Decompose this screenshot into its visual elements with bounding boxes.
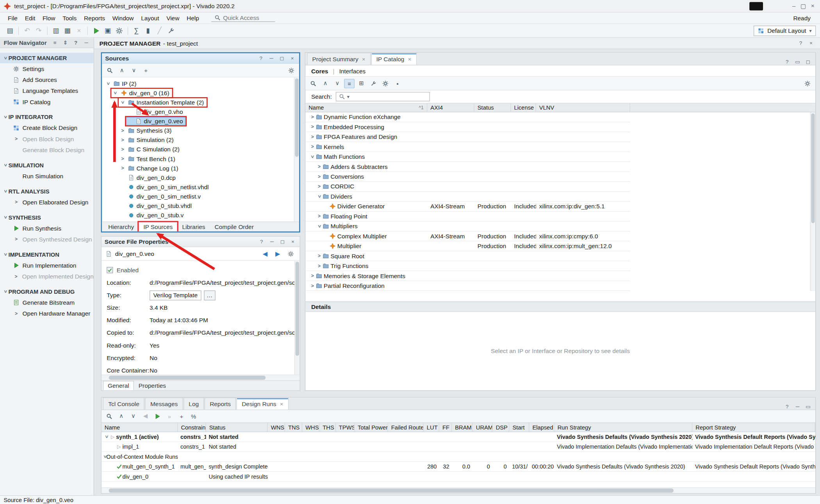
properties-panel-header[interactable]: Source File Properties ?─◻×: [102, 237, 300, 247]
tab-cores[interactable]: Cores: [311, 67, 328, 74]
column-header-lut[interactable]: LUT: [424, 423, 439, 431]
restore-hierarchy-icon[interactable]: ≡: [344, 79, 355, 88]
expand-all-icon[interactable]: ∨: [128, 412, 139, 421]
menu-file[interactable]: File: [4, 14, 21, 22]
close-icon[interactable]: ×: [408, 56, 412, 62]
run-icon[interactable]: [91, 25, 102, 36]
flow-item-language-templates[interactable]: Language Templates: [0, 85, 94, 96]
runs-hscrollbar[interactable]: [102, 488, 815, 493]
close-icon[interactable]: ×: [280, 401, 283, 407]
flow-item-run-implementation[interactable]: Run Implementation: [0, 260, 94, 271]
create-run-icon[interactable]: +: [176, 412, 187, 421]
source-tree-item-instantiation-template-2[interactable]: >Instantiation Template (2): [102, 98, 299, 107]
column-header-ths[interactable]: THS: [319, 423, 336, 431]
column-header-ff[interactable]: FF: [439, 423, 452, 431]
expand-all-icon[interactable]: ∨: [332, 79, 342, 88]
help-icon[interactable]: ?: [783, 404, 791, 410]
float-icon[interactable]: ◻: [279, 239, 286, 245]
catalog-row-cordic[interactable]: >CORDIC: [305, 182, 630, 192]
column-header-vlnv[interactable]: VLNV: [536, 103, 630, 112]
catalog-row-multiplier[interactable]: MultiplierProductionIncludedxilinx.com:i…: [305, 241, 630, 251]
sum-icon[interactable]: ∑: [131, 25, 142, 36]
type-combobox[interactable]: Verilog Template: [150, 290, 201, 300]
source-tree-item-div-gen-0-veo[interactable]: div_gen_0.veo: [102, 117, 299, 126]
source-tree-item-simulation-2[interactable]: >Simulation (2): [102, 135, 299, 145]
catalog-row-dividers[interactable]: >Dividers: [305, 192, 630, 202]
tab-messages[interactable]: Messages: [145, 398, 183, 410]
more-button[interactable]: …: [204, 290, 215, 300]
source-tree-item-ip-2[interactable]: >IP (2): [102, 79, 299, 88]
flow-item-open-elaborated-design[interactable]: >Open Elaborated Design: [0, 197, 94, 208]
help-icon[interactable]: ?: [258, 239, 265, 245]
tab-compile-order[interactable]: Compile Order: [210, 222, 258, 231]
sources-scrollbar[interactable]: [294, 77, 299, 222]
source-tree-item-test-bench-1[interactable]: >Test Bench (1): [102, 154, 299, 163]
flow-item-add-sources[interactable]: Add Sources: [0, 74, 94, 85]
column-header-dsp[interactable]: DSP: [493, 423, 510, 431]
tab-ip-catalog[interactable]: IP Catalog×: [371, 53, 416, 65]
sources-panel-header[interactable]: Sources ?─◻×: [102, 53, 299, 64]
scrollbar-thumb[interactable]: [811, 114, 815, 223]
catalog-row-partial-reconfiguration[interactable]: >Partial Reconfiguration: [305, 281, 630, 291]
float-icon[interactable]: ▭: [804, 404, 812, 410]
catalog-row-conversions[interactable]: >Conversions: [305, 172, 630, 182]
report-icon[interactable]: ▮: [142, 25, 153, 36]
column-header-tpws[interactable]: TPWS: [336, 423, 355, 431]
minimize-icon[interactable]: ─: [268, 239, 276, 245]
help-icon[interactable]: ?: [72, 40, 80, 46]
flow-item-run-simulation[interactable]: Run Simulation: [0, 170, 94, 181]
expand-icon[interactable]: >: [316, 174, 322, 179]
quick-access-search[interactable]: Quick Access: [211, 14, 275, 22]
ip-settings-icon[interactable]: [380, 79, 391, 88]
column-header-constraints[interactable]: Constraints: [178, 423, 206, 431]
column-header-license[interactable]: License: [511, 103, 536, 112]
catalog-row-multipliers[interactable]: >Multipliers: [305, 222, 630, 231]
minimize-icon[interactable]: ─: [794, 404, 801, 410]
add-sources-icon[interactable]: +: [141, 66, 151, 75]
close-icon[interactable]: ×: [362, 56, 365, 62]
menu-reports[interactable]: Reports: [80, 14, 109, 22]
source-tree-item-div-gen-0-stub-v[interactable]: div_gen_0_stub.v: [102, 211, 299, 220]
minimize-icon[interactable]: ─: [83, 40, 90, 46]
close-icon[interactable]: ×: [289, 239, 297, 245]
expand-icon[interactable]: >: [316, 263, 322, 268]
tab-reports[interactable]: Reports: [205, 398, 236, 410]
catalog-row-math-functions[interactable]: >Math Functions: [305, 152, 630, 162]
collapse-icon[interactable]: >: [120, 99, 125, 105]
catalog-scrollbar[interactable]: [810, 112, 815, 291]
menu-icon[interactable]: ≡: [51, 40, 59, 46]
flow-section-header[interactable]: >PROJECT MANAGER: [0, 53, 94, 63]
float-icon[interactable]: ◻: [278, 55, 286, 61]
source-tree-item-div-gen-0-dcp[interactable]: div_gen_0.dcp: [102, 173, 299, 182]
flow-item-settings[interactable]: Settings: [0, 63, 94, 74]
expand-icon[interactable]: >: [316, 254, 322, 259]
run-row-synth-1-active[interactable]: >▷synth_1 (active)constrs_1Not startedVi…: [102, 432, 815, 442]
step-forward-icon[interactable]: »: [164, 412, 175, 421]
catalog-row-adders-subtracters[interactable]: >Adders & Subtracters: [305, 162, 630, 172]
collapse-icon[interactable]: >: [310, 154, 315, 160]
catalog-row-floating-point[interactable]: >Floating Point: [305, 211, 630, 221]
search-icon[interactable]: [104, 412, 115, 421]
maximize-icon[interactable]: ▢: [800, 2, 807, 10]
catalog-row-dynamic-function-exchange[interactable]: >Dynamic Function eXchange: [305, 112, 630, 122]
menu-edit[interactable]: Edit: [21, 14, 39, 22]
flow-section-header[interactable]: >RTL ANALYSIS: [0, 186, 94, 197]
redo-icon[interactable]: ↷: [33, 25, 44, 36]
expand-icon[interactable]: >: [120, 137, 126, 142]
tab-libraries[interactable]: Libraries: [177, 222, 210, 231]
flow-item-open-hardware-manager[interactable]: >Open Hardware Manager: [0, 308, 94, 319]
catalog-settings-icon[interactable]: [802, 79, 813, 88]
flow-item-create-block-design[interactable]: Create Block Design: [0, 122, 94, 133]
flow-section-header[interactable]: >SYNTHESIS: [0, 212, 94, 223]
step-back-icon[interactable]: ◀: [140, 412, 151, 421]
expand-icon[interactable]: >: [120, 156, 126, 161]
expand-icon[interactable]: >: [316, 214, 322, 219]
expand-icon[interactable]: >: [310, 283, 316, 288]
flow-section-header[interactable]: >IMPLEMENTATION: [0, 249, 94, 260]
collapse-icon[interactable]: >: [113, 90, 118, 96]
tab-properties[interactable]: Properties: [134, 381, 171, 390]
collapse-all-icon[interactable]: ∧: [116, 412, 127, 421]
expand-icon[interactable]: >: [316, 184, 322, 189]
menu-tools[interactable]: Tools: [59, 14, 80, 22]
expand-icon[interactable]: >: [316, 164, 322, 169]
